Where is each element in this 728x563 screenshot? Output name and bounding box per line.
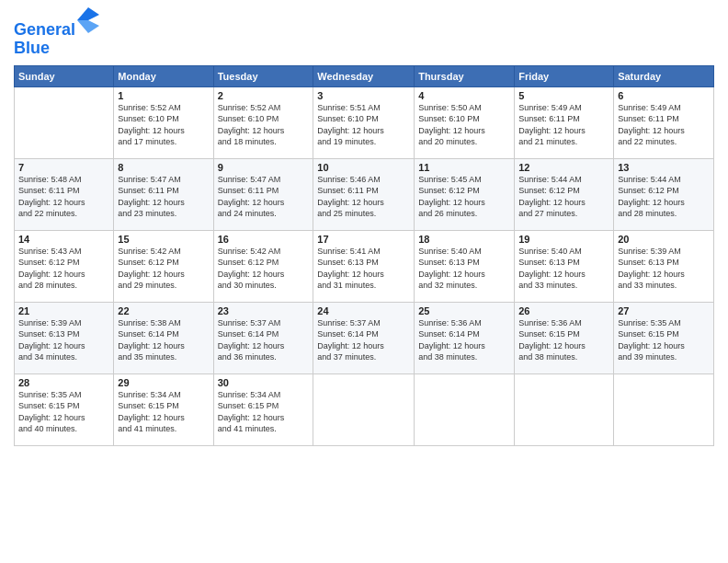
day-number: 10 xyxy=(317,162,410,173)
calendar-cell: 11Sunrise: 5:45 AMSunset: 6:12 PMDayligh… xyxy=(415,158,515,230)
calendar-week-row: 21Sunrise: 5:39 AMSunset: 6:13 PMDayligh… xyxy=(15,302,714,373)
calendar-cell: 5Sunrise: 5:49 AMSunset: 6:11 PMDaylight… xyxy=(515,86,614,158)
logo-bird-icon xyxy=(77,7,99,33)
day-number: 30 xyxy=(218,377,310,388)
calendar-cell: 14Sunrise: 5:43 AMSunset: 6:12 PMDayligh… xyxy=(15,230,114,302)
day-info: Sunrise: 5:39 AMSunset: 6:13 PMDaylight:… xyxy=(18,317,109,363)
calendar-cell: 23Sunrise: 5:37 AMSunset: 6:14 PMDayligh… xyxy=(213,302,313,373)
day-info: Sunrise: 5:47 AMSunset: 6:11 PMDaylight:… xyxy=(118,174,209,220)
calendar-week-row: 7Sunrise: 5:48 AMSunset: 6:11 PMDaylight… xyxy=(15,158,714,230)
day-info: Sunrise: 5:40 AMSunset: 6:13 PMDaylight:… xyxy=(518,246,609,292)
day-number: 28 xyxy=(18,377,109,388)
logo: General Blue xyxy=(14,9,99,58)
calendar-cell: 10Sunrise: 5:46 AMSunset: 6:11 PMDayligh… xyxy=(313,158,415,230)
weekday-header-wednesday: Wednesday xyxy=(313,65,415,86)
day-number: 5 xyxy=(518,90,609,101)
page: General Blue SundayMondayTuesdayWednesda… xyxy=(0,0,728,563)
logo-text: General xyxy=(14,9,99,40)
day-info: Sunrise: 5:48 AMSunset: 6:11 PMDaylight:… xyxy=(18,174,109,220)
calendar-cell: 30Sunrise: 5:34 AMSunset: 6:15 PMDayligh… xyxy=(213,373,313,445)
calendar-cell: 26Sunrise: 5:36 AMSunset: 6:15 PMDayligh… xyxy=(515,302,614,373)
svg-marker-1 xyxy=(77,20,99,33)
day-number: 29 xyxy=(118,377,209,388)
svg-marker-0 xyxy=(77,7,99,20)
calendar-cell: 25Sunrise: 5:36 AMSunset: 6:14 PMDayligh… xyxy=(415,302,515,373)
logo-blue: Blue xyxy=(14,40,99,58)
calendar-cell: 4Sunrise: 5:50 AMSunset: 6:10 PMDaylight… xyxy=(415,86,515,158)
calendar-cell xyxy=(515,373,614,445)
calendar-week-row: 14Sunrise: 5:43 AMSunset: 6:12 PMDayligh… xyxy=(15,230,714,302)
calendar-header-row: SundayMondayTuesdayWednesdayThursdayFrid… xyxy=(15,65,714,86)
calendar-cell: 19Sunrise: 5:40 AMSunset: 6:13 PMDayligh… xyxy=(515,230,614,302)
day-info: Sunrise: 5:41 AMSunset: 6:13 PMDaylight:… xyxy=(317,246,410,292)
calendar-cell: 8Sunrise: 5:47 AMSunset: 6:11 PMDaylight… xyxy=(114,158,213,230)
day-info: Sunrise: 5:46 AMSunset: 6:11 PMDaylight:… xyxy=(317,174,410,220)
day-info: Sunrise: 5:40 AMSunset: 6:13 PMDaylight:… xyxy=(418,246,510,292)
day-number: 11 xyxy=(418,162,510,173)
calendar-cell: 21Sunrise: 5:39 AMSunset: 6:13 PMDayligh… xyxy=(15,302,114,373)
calendar-week-row: 1Sunrise: 5:52 AMSunset: 6:10 PMDaylight… xyxy=(15,86,714,158)
weekday-header-monday: Monday xyxy=(114,65,213,86)
weekday-header-sunday: Sunday xyxy=(15,65,114,86)
calendar-cell: 15Sunrise: 5:42 AMSunset: 6:12 PMDayligh… xyxy=(114,230,213,302)
day-number: 23 xyxy=(218,305,310,316)
day-number: 18 xyxy=(418,234,510,245)
day-number: 25 xyxy=(418,305,510,316)
day-number: 14 xyxy=(18,234,109,245)
logo-general: General xyxy=(14,20,75,39)
day-info: Sunrise: 5:34 AMSunset: 6:15 PMDaylight:… xyxy=(118,389,209,435)
day-info: Sunrise: 5:44 AMSunset: 6:12 PMDaylight:… xyxy=(618,174,710,220)
day-info: Sunrise: 5:37 AMSunset: 6:14 PMDaylight:… xyxy=(218,317,310,363)
calendar-cell: 27Sunrise: 5:35 AMSunset: 6:15 PMDayligh… xyxy=(614,302,714,373)
day-number: 7 xyxy=(18,162,109,173)
day-info: Sunrise: 5:36 AMSunset: 6:15 PMDaylight:… xyxy=(518,317,609,363)
day-info: Sunrise: 5:36 AMSunset: 6:14 PMDaylight:… xyxy=(418,317,510,363)
calendar-cell: 20Sunrise: 5:39 AMSunset: 6:13 PMDayligh… xyxy=(614,230,714,302)
calendar-cell: 3Sunrise: 5:51 AMSunset: 6:10 PMDaylight… xyxy=(313,86,415,158)
day-number: 4 xyxy=(418,90,510,101)
calendar-cell: 29Sunrise: 5:34 AMSunset: 6:15 PMDayligh… xyxy=(114,373,213,445)
day-number: 3 xyxy=(317,90,410,101)
day-number: 17 xyxy=(317,234,410,245)
day-info: Sunrise: 5:49 AMSunset: 6:11 PMDaylight:… xyxy=(518,102,609,148)
day-number: 19 xyxy=(518,234,609,245)
calendar-cell: 28Sunrise: 5:35 AMSunset: 6:15 PMDayligh… xyxy=(15,373,114,445)
day-info: Sunrise: 5:52 AMSunset: 6:10 PMDaylight:… xyxy=(218,102,310,148)
day-info: Sunrise: 5:52 AMSunset: 6:10 PMDaylight:… xyxy=(118,102,209,148)
calendar-cell: 13Sunrise: 5:44 AMSunset: 6:12 PMDayligh… xyxy=(614,158,714,230)
day-number: 16 xyxy=(218,234,310,245)
calendar-cell: 17Sunrise: 5:41 AMSunset: 6:13 PMDayligh… xyxy=(313,230,415,302)
day-info: Sunrise: 5:35 AMSunset: 6:15 PMDaylight:… xyxy=(618,317,710,363)
day-info: Sunrise: 5:43 AMSunset: 6:12 PMDaylight:… xyxy=(18,246,109,292)
calendar-cell xyxy=(614,373,714,445)
day-number: 12 xyxy=(518,162,609,173)
calendar-cell xyxy=(415,373,515,445)
day-number: 15 xyxy=(118,234,209,245)
day-info: Sunrise: 5:34 AMSunset: 6:15 PMDaylight:… xyxy=(218,389,310,435)
day-number: 2 xyxy=(218,90,310,101)
weekday-header-tuesday: Tuesday xyxy=(213,65,313,86)
calendar-cell: 16Sunrise: 5:42 AMSunset: 6:12 PMDayligh… xyxy=(213,230,313,302)
calendar-cell xyxy=(15,86,114,158)
day-number: 26 xyxy=(518,305,609,316)
day-number: 13 xyxy=(618,162,710,173)
header: General Blue xyxy=(14,9,714,58)
day-number: 6 xyxy=(618,90,710,101)
day-number: 1 xyxy=(118,90,209,101)
calendar-cell: 6Sunrise: 5:49 AMSunset: 6:11 PMDaylight… xyxy=(614,86,714,158)
calendar-cell xyxy=(313,373,415,445)
day-info: Sunrise: 5:42 AMSunset: 6:12 PMDaylight:… xyxy=(218,246,310,292)
calendar-cell: 22Sunrise: 5:38 AMSunset: 6:14 PMDayligh… xyxy=(114,302,213,373)
calendar-cell: 18Sunrise: 5:40 AMSunset: 6:13 PMDayligh… xyxy=(415,230,515,302)
day-info: Sunrise: 5:45 AMSunset: 6:12 PMDaylight:… xyxy=(418,174,510,220)
day-info: Sunrise: 5:51 AMSunset: 6:10 PMDaylight:… xyxy=(317,102,410,148)
day-number: 8 xyxy=(118,162,209,173)
weekday-header-saturday: Saturday xyxy=(614,65,714,86)
day-info: Sunrise: 5:39 AMSunset: 6:13 PMDaylight:… xyxy=(618,246,710,292)
calendar-cell: 9Sunrise: 5:47 AMSunset: 6:11 PMDaylight… xyxy=(213,158,313,230)
day-info: Sunrise: 5:35 AMSunset: 6:15 PMDaylight:… xyxy=(18,389,109,435)
calendar-cell: 24Sunrise: 5:37 AMSunset: 6:14 PMDayligh… xyxy=(313,302,415,373)
day-info: Sunrise: 5:38 AMSunset: 6:14 PMDaylight:… xyxy=(118,317,209,363)
day-number: 20 xyxy=(618,234,710,245)
calendar-cell: 1Sunrise: 5:52 AMSunset: 6:10 PMDaylight… xyxy=(114,86,213,158)
